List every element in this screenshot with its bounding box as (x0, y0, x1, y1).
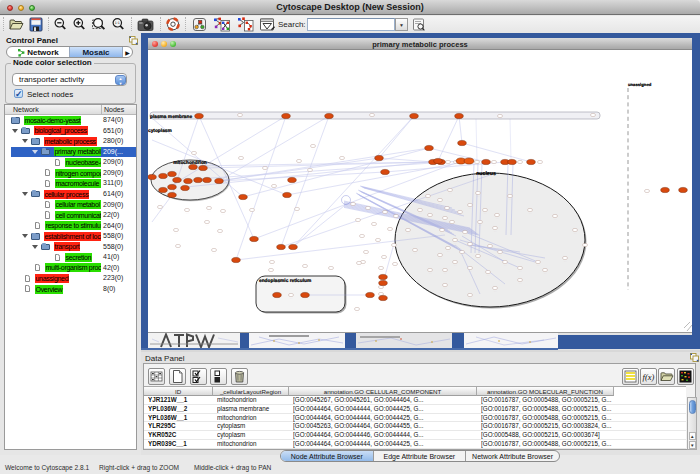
table-row[interactable]: YPL036W__2plasma membrane[GO:0044464, GO… (144, 405, 686, 414)
table-column-header[interactable]: annotation.GO MOLECULAR_FUNCTION (477, 387, 614, 396)
table-row[interactable]: YJR121W__1mitochondrion[GO:0045267, GO:0… (144, 396, 686, 405)
table-column-header[interactable]: annotation.GO CELLULAR_COMPONENT (289, 387, 477, 396)
select-nodes-checkbox[interactable]: ✓ (14, 89, 23, 98)
tree-row-label[interactable]: metabolic process (44, 137, 97, 146)
tab-network[interactable]: Network (7, 47, 69, 57)
data-panel-float-icon[interactable] (690, 353, 699, 362)
zoom-one-to-one-icon[interactable]: 1:1 (111, 17, 125, 32)
tree-row-label[interactable]: Overview (35, 285, 64, 294)
heatmap-matrix-icon[interactable] (677, 368, 694, 385)
annotation-window-icon[interactable] (259, 17, 276, 32)
tree-row[interactable]: mosaic-demo-yeast874(0) (5, 115, 137, 126)
tree-row-label[interactable]: biological_process (34, 126, 88, 135)
tab-mosaic[interactable]: Mosaic (69, 47, 123, 57)
tab-overflow-arrow[interactable]: ▶ (123, 47, 132, 57)
zoom-out-icon[interactable] (53, 17, 67, 32)
node-color-combo[interactable]: transporter activity (12, 73, 127, 86)
tree-row-label[interactable]: mosaic-demo-yeast (24, 116, 82, 125)
new-network-selection-icon[interactable] (212, 17, 232, 32)
help-lifering-icon[interactable] (166, 17, 180, 32)
zoom-selected-icon[interactable] (91, 17, 107, 32)
table-row[interactable]: YPL036W__1mitochondrion[GO:0044464, GO:0… (144, 414, 686, 423)
table-column-header[interactable]: ID (144, 387, 213, 396)
tree-row[interactable]: nitrogen compou209(0) (5, 168, 137, 179)
tree-row[interactable]: cellular metabol209(0) (5, 199, 137, 210)
browser-tab[interactable]: Node Attribute Browser (281, 451, 374, 461)
tree-row[interactable]: metabolic process280(0) (5, 136, 137, 147)
table-row[interactable]: YDR039C__1mitochondrion[GO:0044464, GO:0… (144, 440, 686, 449)
tree-row[interactable]: primary metabolic209(... (5, 147, 137, 158)
svg-text:····: ···· (499, 119, 502, 121)
tree-row[interactable]: secretion41(0) (5, 252, 137, 263)
select-attributes-icon[interactable] (190, 368, 207, 385)
scroll-up-icon[interactable]: ▲ (689, 432, 697, 441)
browser-tab[interactable]: Edge Attribute Browser (374, 451, 467, 461)
new-network-copy-icon[interactable] (236, 17, 255, 32)
network-canvas[interactable]: plasma membranecytoplasmmitochondrionnuc… (148, 50, 692, 333)
svg-text:····: ···· (361, 239, 364, 241)
new-attribute-icon[interactable] (169, 368, 186, 385)
search-dropdown-button[interactable]: ▼ (395, 18, 408, 31)
delete-attribute-trash-icon[interactable] (231, 368, 248, 385)
tree-row[interactable]: response to stimulu264(0) (5, 220, 137, 231)
svg-text:····: ···· (449, 193, 452, 195)
control-panel-float-icon[interactable] (129, 36, 138, 45)
tree-row-label[interactable]: cellular process (44, 190, 90, 199)
tree-row[interactable]: transport558(0) (5, 242, 137, 253)
tree-row[interactable]: multi-organism proc42(0) (5, 263, 137, 274)
scroll-down-icon[interactable]: ▼ (689, 441, 697, 450)
vizmapper-icon[interactable] (192, 17, 207, 32)
search-input[interactable] (307, 18, 395, 31)
attribute-grid-icon[interactable] (148, 368, 165, 385)
table-scrollbar-thumb[interactable] (689, 400, 696, 414)
network-frame-titlebar[interactable]: primary metabolic process (148, 38, 692, 50)
tree-row[interactable]: cell communicati22(0) (5, 210, 137, 221)
open-session-icon[interactable] (8, 17, 24, 32)
table-row[interactable]: YKR052Ccytoplasm[GO:0044464, GO:0044446,… (144, 431, 686, 440)
table-cell: YPL036W__2 (148, 405, 211, 414)
tree-row-label[interactable]: cell communicati (55, 211, 102, 220)
combo-stepper-icon[interactable]: ▲▼ (115, 75, 126, 85)
unselect-attributes-icon[interactable] (210, 368, 227, 385)
tree-expand-icon[interactable] (32, 150, 38, 154)
save-session-icon[interactable] (29, 17, 43, 32)
svg-text:····: ···· (419, 213, 422, 215)
table-row[interactable]: YLR295Ccytoplasm[GO:0045263, GO:0044464,… (144, 422, 686, 431)
svg-text:····: ···· (380, 290, 383, 292)
search-config-icon[interactable] (412, 17, 426, 32)
attribute-batch-icon[interactable] (622, 368, 639, 385)
tree-row-label[interactable]: nucleobase-con (65, 158, 102, 167)
tree-row[interactable]: macromolecule m311(0) (5, 178, 137, 189)
tree-row-label[interactable]: response to stimulu (45, 221, 102, 230)
tree-row[interactable]: cellular process614(0) (5, 189, 137, 200)
tree-expand-icon[interactable] (32, 245, 38, 249)
table-scrollbar[interactable]: ▲ ▼ (687, 397, 697, 450)
tree-expand-icon[interactable] (22, 139, 28, 143)
svg-text:····: ···· (519, 271, 522, 273)
tree-row[interactable]: establishment of loca558(0) (5, 231, 137, 242)
tree-row[interactable]: biological_process651(0) (5, 126, 137, 137)
table-cell: [GO:0016787, GO:0005488, GO:0005215, G..… (481, 440, 612, 449)
tree-expand-icon[interactable] (22, 192, 28, 196)
tree-row-label[interactable]: secretion (65, 253, 93, 262)
tree-row-label[interactable]: primary metabolic (54, 147, 102, 156)
tree-expand-icon[interactable] (12, 129, 18, 133)
browser-tab[interactable]: Network Attribute Browser (466, 451, 559, 461)
zoom-in-icon[interactable] (72, 17, 86, 32)
tree-row[interactable]: unassigned223(0) (5, 273, 137, 284)
snapshot-camera-icon[interactable] (137, 17, 155, 32)
tree-row-label[interactable]: transport (54, 242, 81, 251)
tree-row-label[interactable]: nitrogen compou (55, 169, 102, 178)
tree-row-label[interactable]: unassigned (35, 274, 70, 283)
formula-fx-icon[interactable]: f(x) (640, 368, 657, 385)
table-column-header[interactable]: _cellularLayoutRegion (213, 387, 289, 396)
tree-row-label[interactable]: multi-organism proc (45, 263, 102, 272)
import-folder-icon[interactable] (658, 368, 675, 385)
svg-text:····: ···· (537, 265, 540, 267)
tree-row-label[interactable]: establishment of loca (44, 232, 102, 241)
tree-row-label[interactable]: macromolecule m (55, 179, 102, 188)
tree-row-label[interactable]: cellular metabol (55, 200, 101, 209)
tree-expand-icon[interactable] (22, 234, 28, 238)
tree-row[interactable]: Overview8(0) (5, 284, 137, 295)
tree-row[interactable]: nucleobase-con209(0) (5, 157, 137, 168)
